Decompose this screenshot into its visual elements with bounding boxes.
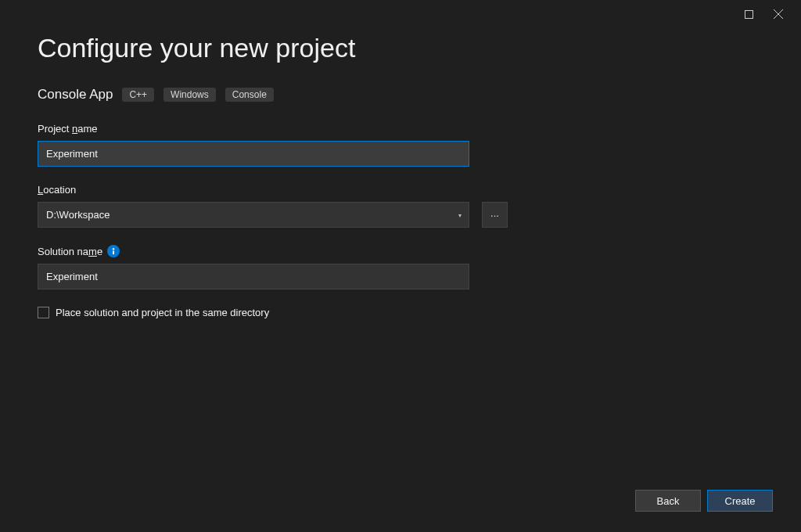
project-name-field: Project name <box>38 123 469 167</box>
svg-point-3 <box>113 248 114 250</box>
browse-button[interactable]: ... <box>482 202 508 228</box>
back-button[interactable]: Back <box>635 490 701 512</box>
solution-name-field: Solution name <box>38 245 469 289</box>
same-directory-checkbox[interactable] <box>38 307 49 318</box>
solution-name-input[interactable] <box>38 264 469 289</box>
solution-name-label: Solution name <box>38 245 469 257</box>
same-directory-row: Place solution and project in the same d… <box>38 307 763 318</box>
tag-language: C++ <box>122 88 154 102</box>
page-title: Configure your new project <box>38 33 763 63</box>
info-icon[interactable] <box>107 245 120 257</box>
footer: Back Create <box>635 490 773 512</box>
maximize-button[interactable] <box>734 5 763 23</box>
project-type: Console App <box>38 87 113 102</box>
content-area: Configure your new project Console App C… <box>0 25 801 318</box>
same-directory-label: Place solution and project in the same d… <box>56 307 269 318</box>
maximize-icon <box>745 10 753 19</box>
location-input[interactable] <box>38 202 469 228</box>
close-icon <box>774 9 783 19</box>
titlebar <box>0 0 801 25</box>
svg-rect-4 <box>113 250 114 254</box>
create-button[interactable]: Create <box>707 490 773 512</box>
location-field: Location ▾ ... <box>38 184 763 228</box>
tag-platform: Windows <box>163 88 216 102</box>
svg-rect-0 <box>745 10 753 18</box>
close-button[interactable] <box>763 5 793 23</box>
tag-type: Console <box>225 88 274 102</box>
project-name-input[interactable] <box>38 141 469 167</box>
location-combo[interactable]: ▾ <box>38 202 469 228</box>
project-type-row: Console App C++ Windows Console <box>38 87 763 102</box>
location-label: Location <box>38 184 763 196</box>
project-name-label: Project name <box>38 123 469 135</box>
